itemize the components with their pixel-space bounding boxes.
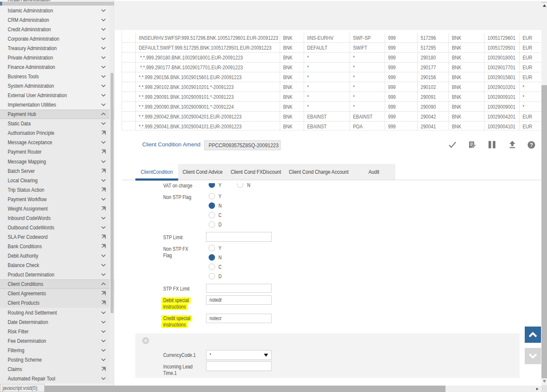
table-row[interactable]: IINSEURHV.SWFSP.999.517296.BNK.100517296… [122,33,541,43]
sidebar-item-message-acceptance[interactable]: Message Acceptance [0,138,114,147]
sidebar-item-automated-repair-tool[interactable]: Automated Repair Tool [0,374,114,383]
upload-button[interactable] [508,140,517,149]
sidebar-item-weight-assignment[interactable]: Weight Assignment [0,204,114,213]
table-row[interactable]: DEFAULT.SWIFT.999.517295.BNK.10051729501… [122,43,541,53]
radio-non-stp-flag-d[interactable] [209,221,215,228]
hold-button[interactable] [487,140,496,149]
vertical-scrollbar[interactable] [541,0,547,392]
add-row-button[interactable] [142,337,149,344]
sidebar-item-private-administration[interactable]: Private Administration [0,53,114,62]
scroll-right-arrow-icon[interactable] [536,388,538,390]
tab-client-cond-fxdiscount[interactable]: Client Cond FXDiscount [227,164,285,180]
table-row[interactable]: *.*.999.290177.BNK.10029017701.EUR-20091… [122,62,541,72]
tab-label: Audit [368,169,379,175]
table-cell [122,122,136,131]
radio-non-stp-fx-flag-c[interactable] [209,264,215,270]
sidebar-item-debit-authority[interactable]: Debit Authority [0,251,114,261]
input-incoming-lead-time-1[interactable] [206,361,272,371]
tab-clientcondition[interactable]: ClientCondition [135,164,178,180]
sidebar-item-posting-scheme[interactable]: Posting Scheme [0,355,114,364]
sidebar-item-retail-administration[interactable]: Retail Administration [8,0,60,3]
radio-non-stp-fx-flag-y[interactable] [209,245,215,251]
sidebar-item-product-determination[interactable]: Product Determination [0,270,114,279]
select-currency-code-1[interactable]: * [206,350,272,360]
launch-icon [101,187,106,192]
sidebar-item-fee-determination[interactable]: Fee Determination [0,336,114,345]
horizontal-scrollbar[interactable] [0,386,541,392]
sidebar-item-islamic-administration[interactable]: Islamic Administration [0,6,114,15]
sidebar-item-risk-filter[interactable]: Risk Filter [0,327,114,336]
cell-text: BNK [452,84,461,90]
sidebar-item-payment-router[interactable]: Payment Router [0,147,114,157]
table-cell: 10029004101 [484,122,520,131]
table-row[interactable]: *.*.999.290156.BNK.10029015601.EUR-20091… [122,72,541,82]
launch-icon [101,149,106,154]
scroll-to-bottom-button[interactable] [525,348,541,364]
scroll-down-arrow-icon[interactable] [543,380,546,383]
sidebar-item-payment-workflow[interactable]: Payment Workflow [0,194,114,204]
sidebar-item-sla-per-codeword[interactable]: SLA Per Codeword [0,232,114,242]
approve-button[interactable] [448,140,457,149]
table-row[interactable]: *.*.999.290041.BNK.10029004101.EUR-20091… [122,122,541,131]
sidebar-item-balance-check[interactable]: Balance Check [0,261,114,270]
input-stp-limit[interactable] [206,232,272,242]
table-row[interactable]: *.*.999.290091.BNK.10029009101.*-2009122… [122,92,541,102]
sidebar-item-credit-administration[interactable]: Credit Administration [0,24,114,34]
check-icon [448,141,457,148]
sidebar-item-local-clearing[interactable]: Local Clearing [0,175,114,185]
cell-text: 290042 [421,113,436,120]
sidebar-item-client-agreements[interactable]: Client Agreements [0,289,114,298]
input-credit-special-instructions[interactable]: notecr [206,314,272,323]
sidebar-item-filtering[interactable]: Filtering [0,345,114,355]
table-cell: BNK [280,102,304,111]
radio-non-stp-flag-y[interactable] [209,193,215,199]
input-debit-special-instructions[interactable]: notedr [206,295,272,305]
horizontal-scrollbar-thumb[interactable] [0,386,445,392]
chevron-down-icon [101,56,106,59]
sidebar-item-label: Filtering [8,347,24,353]
sidebar-item-business-tools[interactable]: Business Tools [0,71,114,81]
table-row[interactable]: *.*.999.290042.BNK.10029004201.EUR-20091… [122,112,541,122]
sidebar-item-trip-status-action[interactable]: Trip Status Action [0,185,114,194]
sidebar-item-finance-administration[interactable]: Finance Administration [0,62,114,71]
sidebar-item-claims[interactable]: Claims [0,364,114,374]
sidebar-item-payment-hub[interactable]: Payment Hub [0,110,114,119]
sidebar-item-routing-and-settlement[interactable]: Routing And Settlement [0,308,114,317]
sidebar-item-implementation-utilities[interactable]: Implementation Utilities [0,100,114,110]
radio-non-stp-flag-c[interactable] [209,212,215,218]
table-row[interactable]: *.*.999.290090.BNK.10029009001.*-2009122… [122,102,541,112]
help-button[interactable]: ? [527,140,535,149]
authorize-button[interactable] [468,140,476,149]
sidebar-item-bank-conditions[interactable]: Bank Conditions [0,242,114,251]
sidebar-item-authorisation-principle[interactable]: Authorisation Principle [0,128,114,138]
vertical-scrollbar-thumb[interactable] [541,85,547,378]
scroll-to-top-button[interactable] [525,327,541,343]
radio-non-stp-fx-flag-d[interactable] [209,273,215,279]
sidebar-item-static-data[interactable]: Static Data [0,119,114,128]
scroll-up-arrow-icon[interactable] [543,4,546,7]
radio-non-stp-fx-flag-n[interactable] [209,254,215,261]
sidebar-item-system-administration[interactable]: System Administration [0,81,114,91]
radio-non-stp-flag-n[interactable] [209,202,215,209]
tab-client-cond-advice[interactable]: Client Cond Advice [178,164,227,180]
table-row[interactable]: *.*.999.290102.BNK.10029010201.*-2009122… [122,82,541,92]
sidebar-item-inbound-codewords[interactable]: Inbound CodeWords [0,213,114,223]
radio-vat-on-charge-n[interactable] [237,183,243,188]
sidebar-item-crm-administration[interactable]: CRM Administration [0,15,114,24]
sidebar-item-date-determination[interactable]: Date Determination [0,317,114,327]
sidebar-item-treasury-administration[interactable]: Treasury Administration [0,43,114,53]
input-stp-fx-limit[interactable] [206,284,272,293]
sidebar-item-message-mapping[interactable]: Message Mapping [0,157,114,166]
sidebar-scrollbar-thumb[interactable] [111,73,114,313]
tab-audit[interactable]: Audit [357,164,390,180]
radio-vat-on-charge-y[interactable] [209,183,215,188]
sidebar-item-outbound-codewords[interactable]: Outbound CodeWords [0,223,114,232]
sidebar-item-corporate-administration[interactable]: Corporate Administration [0,34,114,43]
sidebar-item-batch-server[interactable]: Batch Server [0,166,114,175]
sidebar-item-client-conditions[interactable]: Client Conditions [0,279,114,289]
sidebar-item-client-products[interactable]: Client Products [0,298,114,308]
table-cell [122,72,136,82]
tab-client-cond-charge-account[interactable]: Client Cond Charge Account [285,164,352,180]
sidebar-item-external-user-administration[interactable]: External User Administration [0,91,114,100]
table-row[interactable]: *.*.999.290180.BNK.10029018001.EUR-20091… [122,53,541,62]
